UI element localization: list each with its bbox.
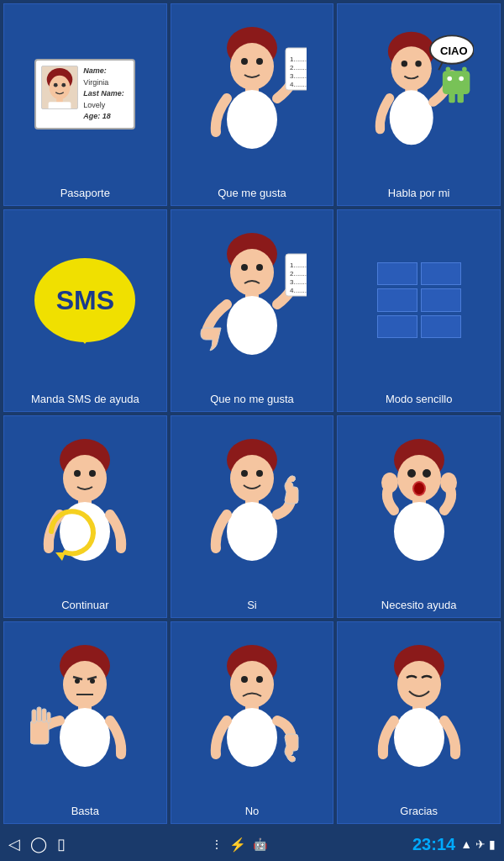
status-bar: ◁ ◯ ▯ ⋮ ⚡ 🤖 23:14 ▲ ✈ ▮ [0, 827, 504, 861]
cell-image-si [171, 416, 333, 596]
svg-point-35 [230, 249, 274, 296]
svg-point-67 [381, 473, 398, 493]
status-system-icons: ▲ ✈ ▮ [460, 837, 496, 851]
svg-rect-77 [42, 709, 46, 722]
modo-sq-3 [377, 288, 417, 311]
nav-recent-button[interactable]: ▯ [57, 835, 66, 853]
cell-image-basta [4, 622, 166, 802]
cell-modo-sencillo[interactable]: Modo sencillo [337, 209, 501, 412]
svg-point-2 [54, 83, 58, 87]
status-center: ⋮ ⚡ 🤖 [211, 837, 267, 853]
svg-point-3 [62, 83, 66, 87]
cell-que-no-me-gusta[interactable]: 1........ 2........ 3........ 4........ … [171, 209, 334, 412]
cell-image-gracias [338, 622, 500, 802]
svg-rect-31 [457, 92, 463, 103]
cell-basta[interactable]: Basta [3, 621, 167, 824]
sms-text: SMS [56, 285, 114, 316]
svg-point-36 [241, 264, 248, 271]
battery-icon: ▮ [489, 837, 496, 851]
svg-point-1 [50, 76, 71, 100]
svg-rect-30 [449, 92, 454, 103]
svg-point-53 [230, 455, 274, 502]
cell-label-habla-por-mi: Habla por mi [386, 184, 452, 202]
cell-label-gracias: Gracias [398, 802, 439, 820]
cell-label-basta: Basta [70, 802, 101, 820]
cell-que-me-gusta[interactable]: 1........ 2........ 3........ 4........ … [171, 3, 334, 206]
svg-point-55 [256, 470, 263, 477]
passport-card: Name: Virginia Last Name: Lovely Age: 18 [34, 59, 135, 129]
modo-sq-6 [421, 315, 461, 338]
svg-text:4........: 4........ [290, 81, 307, 88]
cell-pasaporte[interactable]: Name: Virginia Last Name: Lovely Age: 18… [3, 3, 167, 206]
svg-point-88 [394, 708, 444, 767]
svg-point-19 [401, 61, 407, 66]
status-time: 23:14 [412, 835, 455, 854]
svg-point-37 [256, 264, 263, 271]
android-icon: 🤖 [253, 837, 267, 851]
svg-point-25 [462, 67, 467, 72]
modo-sq-1 [377, 262, 417, 285]
cell-image-habla-por-mi: CIAO [338, 4, 500, 184]
cell-image-pasaporte: Name: Virginia Last Name: Lovely Age: 18 [4, 4, 166, 184]
svg-point-81 [241, 676, 248, 683]
nav-back-button[interactable]: ◁ [8, 835, 20, 853]
svg-rect-29 [464, 84, 468, 93]
svg-point-46 [63, 455, 107, 502]
svg-marker-51 [55, 552, 66, 561]
svg-text:3........: 3........ [290, 278, 307, 286]
cell-no[interactable]: No [171, 621, 334, 824]
nav-home-button[interactable]: ◯ [30, 835, 47, 853]
wifi-icon: ▲ [460, 837, 472, 851]
cell-si[interactable]: Si [171, 415, 334, 618]
cell-label-necesito-ayuda: Necesito ayuda [380, 596, 459, 614]
svg-point-57 [227, 502, 277, 561]
sms-bubble: SMS [34, 258, 135, 342]
svg-point-84 [227, 708, 277, 767]
svg-point-80 [230, 661, 274, 708]
cell-label-continuar: Continuar [60, 596, 110, 614]
svg-point-71 [90, 679, 95, 684]
cell-label-pasaporte: Pasaporte [59, 184, 112, 202]
svg-point-65 [394, 502, 444, 561]
svg-point-69 [63, 661, 107, 708]
modo-sq-4 [421, 288, 461, 311]
svg-rect-78 [47, 712, 50, 723]
passport-info: Name: Virginia Last Name: Lovely Age: 18 [83, 66, 124, 123]
passport-avatar [41, 66, 78, 109]
svg-rect-74 [30, 721, 49, 744]
svg-text:1........: 1........ [290, 261, 307, 269]
svg-rect-76 [37, 707, 41, 721]
cell-manda-sms[interactable]: SMS Manda SMS de ayuda [3, 209, 167, 412]
cell-image-manda-sms: SMS [4, 210, 166, 390]
cell-label-no: No [244, 802, 261, 820]
main-grid: Name: Virginia Last Name: Lovely Age: 18… [0, 0, 504, 827]
svg-point-86 [397, 661, 441, 708]
svg-point-63 [414, 483, 424, 494]
svg-rect-5 [49, 102, 71, 109]
svg-point-66 [440, 473, 457, 493]
cell-image-continuar [4, 416, 166, 596]
cell-image-que-me-gusta: 1........ 2........ 3........ 4........ [171, 4, 333, 184]
usb-connected-icon: ⚡ [229, 837, 246, 853]
svg-point-9 [256, 58, 263, 65]
cell-image-no [171, 622, 333, 802]
svg-point-82 [256, 676, 263, 683]
svg-text:4........: 4........ [290, 287, 307, 294]
svg-text:3........: 3........ [290, 72, 307, 80]
svg-point-47 [74, 470, 81, 477]
svg-point-60 [407, 469, 416, 478]
airplane-icon: ✈ [475, 837, 486, 851]
svg-point-27 [459, 77, 464, 82]
cell-label-que-no-me-gusta: Que no me gusta [208, 390, 296, 408]
cell-habla-por-mi[interactable]: CIAO Habla por mi [337, 3, 501, 206]
cell-image-que-no-me-gusta: 1........ 2........ 3........ 4........ [171, 210, 333, 390]
cell-gracias[interactable]: Gracias [337, 621, 501, 824]
cell-continuar[interactable]: Continuar [3, 415, 167, 618]
cell-necesito-ayuda[interactable]: Necesito ayuda [337, 415, 501, 618]
cell-image-modo-sencillo [338, 210, 500, 390]
modo-grid [377, 262, 461, 338]
svg-point-8 [241, 58, 248, 65]
svg-point-22 [389, 90, 433, 145]
svg-point-48 [89, 470, 96, 477]
usb-icon: ⋮ [211, 837, 223, 851]
